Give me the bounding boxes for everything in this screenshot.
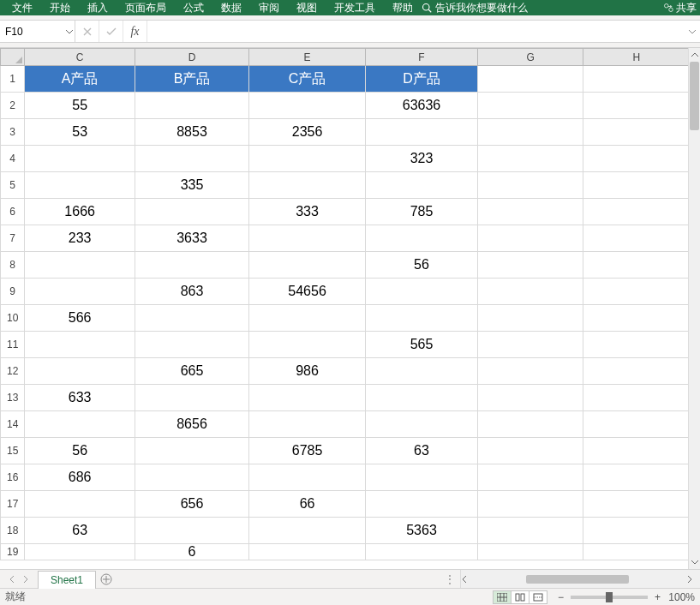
cell-E18[interactable] xyxy=(248,518,365,544)
cell-G12[interactable] xyxy=(477,358,583,385)
cell-H4[interactable] xyxy=(583,146,688,172)
row-10[interactable]: 10566 xyxy=(1,305,689,332)
cell-H15[interactable] xyxy=(583,438,688,464)
row-18[interactable]: 18635363 xyxy=(1,518,689,544)
row-14[interactable]: 148656 xyxy=(1,411,689,438)
vertical-scrollbar[interactable] xyxy=(688,48,700,569)
ribbon-tab-help[interactable]: 帮助 xyxy=(384,1,422,15)
row-header-5[interactable]: 5 xyxy=(1,172,25,199)
cell-F11[interactable]: 565 xyxy=(366,332,478,358)
cell-G6[interactable] xyxy=(477,199,583,225)
ribbon-tab-insert[interactable]: 插入 xyxy=(79,1,117,15)
cell-H12[interactable] xyxy=(583,358,688,385)
cell-C16[interactable]: 686 xyxy=(25,464,135,491)
formula-input[interactable] xyxy=(147,21,685,42)
col-header-D[interactable]: D xyxy=(135,49,249,66)
name-box-input[interactable] xyxy=(0,26,75,38)
cell-E2[interactable] xyxy=(248,93,365,119)
cell-G16[interactable] xyxy=(477,464,583,491)
row-17[interactable]: 1765666 xyxy=(1,491,689,518)
select-all-corner[interactable] xyxy=(1,49,25,66)
cell-C4[interactable] xyxy=(25,146,135,172)
cell-G8[interactable] xyxy=(477,252,583,279)
cell-E6[interactable]: 333 xyxy=(248,199,365,225)
cell-C11[interactable] xyxy=(25,332,135,358)
cell-G5[interactable] xyxy=(477,172,583,199)
cell-G10[interactable] xyxy=(477,305,583,332)
cell-D8[interactable] xyxy=(135,252,249,279)
col-header-E[interactable]: E xyxy=(248,49,365,66)
cell-C14[interactable] xyxy=(25,411,135,438)
cell-G7[interactable] xyxy=(477,225,583,252)
row-header-18[interactable]: 18 xyxy=(1,518,25,544)
ribbon-tab-developer[interactable]: 开发工具 xyxy=(326,1,384,15)
nav-prev-icon[interactable] xyxy=(5,575,19,584)
cell-F19[interactable] xyxy=(366,544,478,560)
formula-cancel-button[interactable] xyxy=(75,21,99,42)
cell-D13[interactable] xyxy=(135,385,249,411)
cell-F4[interactable]: 323 xyxy=(366,146,478,172)
cell-H18[interactable] xyxy=(583,518,688,544)
vscroll-thumb[interactable] xyxy=(690,62,699,130)
cell-E16[interactable] xyxy=(248,464,365,491)
row-11[interactable]: 11565 xyxy=(1,332,689,358)
row-header-13[interactable]: 13 xyxy=(1,385,25,411)
cell-D9[interactable]: 863 xyxy=(135,279,249,305)
cell-H10[interactable] xyxy=(583,305,688,332)
cell-D18[interactable] xyxy=(135,518,249,544)
cell-D19[interactable]: 6 xyxy=(135,544,249,560)
row-16[interactable]: 16686 xyxy=(1,464,689,491)
cell-F18[interactable]: 5363 xyxy=(366,518,478,544)
row-header-2[interactable]: 2 xyxy=(1,93,25,119)
cell-C13[interactable]: 633 xyxy=(25,385,135,411)
formula-enter-button[interactable] xyxy=(99,21,123,42)
ribbon-tab-formulas[interactable]: 公式 xyxy=(175,1,212,15)
row-header-1[interactable]: 1 xyxy=(1,66,25,93)
cell-G4[interactable] xyxy=(477,146,583,172)
zoom-in-button[interactable]: + xyxy=(655,591,661,603)
cell-H7[interactable] xyxy=(583,225,688,252)
cell-D2[interactable] xyxy=(135,93,249,119)
cell-D7[interactable]: 3633 xyxy=(135,225,249,252)
cell-E7[interactable] xyxy=(248,225,365,252)
cell-D14[interactable]: 8656 xyxy=(135,411,249,438)
cell-E13[interactable] xyxy=(248,385,365,411)
row-header-12[interactable]: 12 xyxy=(1,358,25,385)
cell-C12[interactable] xyxy=(25,358,135,385)
ribbon-tab-pagelayout[interactable]: 页面布局 xyxy=(117,1,175,15)
cell-C18[interactable]: 63 xyxy=(25,518,135,544)
cell-F14[interactable] xyxy=(366,411,478,438)
row-15[interactable]: 1556678563 xyxy=(1,438,689,464)
cell-F2[interactable]: 63636 xyxy=(366,93,478,119)
cell-D6[interactable] xyxy=(135,199,249,225)
sheet-tab-sheet1[interactable]: Sheet1 xyxy=(38,571,96,589)
worksheet-grid[interactable]: C D E F G H 1 A产品 B产品 C产品 D产品 2556363635… xyxy=(0,48,688,560)
cell-E19[interactable] xyxy=(248,544,365,560)
cell-G18[interactable] xyxy=(477,518,583,544)
cell-F16[interactable] xyxy=(366,464,478,491)
cell-D12[interactable]: 665 xyxy=(135,358,249,385)
new-sheet-button[interactable] xyxy=(96,570,117,588)
cell-H14[interactable] xyxy=(583,411,688,438)
row-6[interactable]: 61666333785 xyxy=(1,199,689,225)
share-button[interactable]: 共享 xyxy=(655,1,697,15)
cell-G17[interactable] xyxy=(477,491,583,518)
cell-E17[interactable]: 66 xyxy=(248,491,365,518)
cell-F17[interactable] xyxy=(366,491,478,518)
row-19[interactable]: 196 xyxy=(1,544,689,560)
row-header-6[interactable]: 6 xyxy=(1,199,25,225)
cell-F13[interactable] xyxy=(366,385,478,411)
hscroll-track[interactable] xyxy=(475,574,686,584)
cell-G3[interactable] xyxy=(477,119,583,146)
cell-F8[interactable]: 56 xyxy=(366,252,478,279)
cell-H6[interactable] xyxy=(583,199,688,225)
tell-me-search[interactable]: 告诉我你想要做什么 xyxy=(422,1,528,15)
view-normal-button[interactable] xyxy=(493,590,512,604)
row-header-10[interactable]: 10 xyxy=(1,305,25,332)
horizontal-scrollbar[interactable] xyxy=(460,570,700,588)
zoom-out-button[interactable]: − xyxy=(558,591,564,603)
cell-E4[interactable] xyxy=(248,146,365,172)
cell-E10[interactable] xyxy=(248,305,365,332)
row-header-17[interactable]: 17 xyxy=(1,491,25,518)
cell-C17[interactable] xyxy=(25,491,135,518)
